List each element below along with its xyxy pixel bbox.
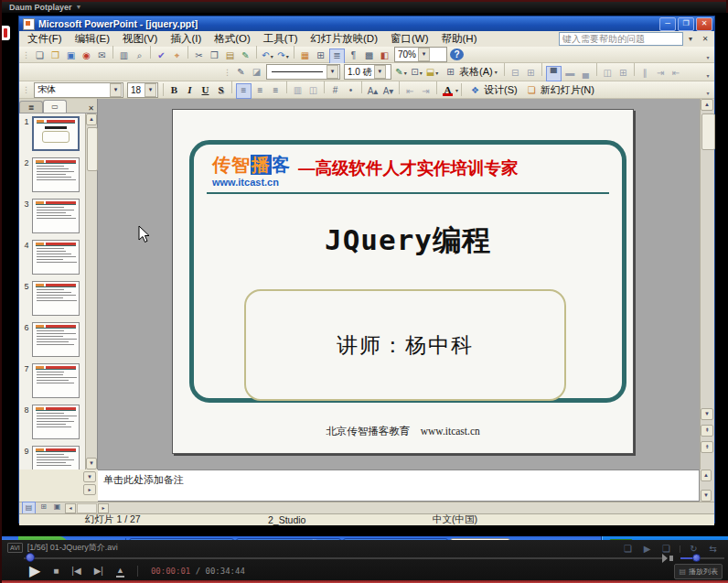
menu-help[interactable]: 帮助(H) [435,31,484,47]
menu-format[interactable]: 格式(O) [208,31,257,47]
help-question-input[interactable]: 键入需要帮助的问题 [559,32,683,46]
change-text-direction-icon[interactable]: ∥ [638,66,652,80]
slide-thumbnail[interactable] [32,322,80,357]
align-center-icon[interactable]: ≡ [253,83,267,97]
slide-design-button[interactable]: ❖ 设计(S) [465,82,521,97]
vertical-scrollbar[interactable]: ▲ ▼ ⇞ ⇟ [700,99,714,470]
increase-indent-icon[interactable]: ⇥ [419,84,433,98]
hscroll-left-icon[interactable]: ◂ [65,503,76,513]
hscroll-right-icon[interactable]: ▸ [98,503,109,513]
menu-slideshow[interactable]: 幻灯片放映(D) [305,31,384,47]
volume-icon[interactable] [669,556,673,561]
menu-insert[interactable]: 插入(I) [164,31,208,47]
numbering-icon[interactable]: # [328,83,342,97]
slide-thumbnail[interactable] [32,116,80,151]
toolbar-options-icon[interactable]: ▾ [703,72,712,81]
panel-bottom-next-icon[interactable]: ▸ [83,484,96,495]
font-name-combobox[interactable]: 宋体 ▾ [34,82,123,98]
menu-file[interactable]: 文件(F) [21,31,69,47]
print-preview-icon[interactable]: ⌕ [133,49,146,62]
slideshow-view-icon[interactable]: ▣ [51,502,63,513]
dropdown-arrow-icon[interactable]: ▾ [420,70,423,76]
slide-thumbnail[interactable] [32,240,80,275]
toolbar-grip[interactable]: ⋮ [223,68,230,77]
bold-button[interactable]: B [167,83,181,97]
increase-font-size-icon[interactable]: A▴ [366,84,380,98]
redo-icon[interactable]: ↷▾ [276,49,290,62]
font-size-combobox[interactable]: 18 ▾ [127,82,158,98]
font-color-dropdown-icon[interactable]: ▾ [455,87,458,93]
slide-thumbnail[interactable] [32,405,80,439]
slide-thumbnail[interactable] [32,446,80,470]
research-icon[interactable]: ⌖ [170,49,184,62]
border-color-icon[interactable]: ✎▾ [394,65,408,79]
color-schemes-icon[interactable]: ◧ [378,49,391,62]
distribute-text-icon[interactable]: ▥ [291,83,305,97]
previous-button[interactable]: |◀ [71,563,80,579]
scroll-down-icon[interactable]: ▼ [701,408,713,420]
close-button[interactable]: ✕ [696,17,712,31]
line-style-dropdown-icon[interactable]: ▾ [327,65,338,79]
hscroll-track[interactable] [77,503,97,513]
distribute-columns-evenly-icon[interactable]: ⊞ [616,66,630,80]
panel-bottom-scroll-icon[interactable]: ▼ [83,471,96,482]
seek-handle[interactable] [26,553,35,562]
bullets-icon[interactable]: • [344,83,358,97]
dropdown-arrow-icon[interactable]: ▾ [271,54,273,59]
paste-icon[interactable]: ▤ [223,49,237,62]
format-painter-icon[interactable]: ✎ [239,49,252,62]
eraser-icon[interactable]: ◪ [250,65,263,79]
show-formatting-icon[interactable]: ¶ [347,49,360,62]
menu-tools[interactable]: 工具(T) [257,31,305,47]
toolbar-options-icon[interactable]: ▾ [703,54,712,62]
potplayer-menu-caret-icon[interactable]: ▼ [76,2,82,13]
tab-outline[interactable]: ≣ [19,101,43,113]
expand-all-icon[interactable]: ≣ [329,49,345,64]
insert-chart-icon[interactable]: ▦ [298,49,312,62]
shuffle-mode-icon[interactable]: ⇆ [706,542,720,556]
potplayer-titlebar[interactable]: Daum Potplayer ▼ [2,0,726,13]
permission-icon[interactable]: ◉ [80,49,93,62]
insert-column-right-icon[interactable]: ⇥ [654,66,668,80]
spelling-icon[interactable]: ✔ [155,49,168,62]
align-right-icon[interactable]: ≡ [269,83,283,97]
help-dropdown-icon[interactable]: ▾ [683,35,698,43]
distribute-rows-evenly-icon[interactable]: ◫ [601,66,615,80]
open-icon[interactable]: ❐ [48,49,62,62]
video-display-area[interactable]: Microsoft PowerPoint - [jquery.ppt] ─ ❐ … [2,13,728,540]
slide-thumbnail[interactable] [32,281,80,316]
ab-repeat-play-icon[interactable]: ▶ [640,542,654,556]
scroll-up-icon[interactable]: ▲ [701,99,713,111]
panel-close-icon[interactable]: ✕ [85,104,97,113]
dropdown-arrow-icon[interactable]: ▾ [404,70,407,76]
mail-icon[interactable]: ✉ [95,49,109,62]
scroll-thumb[interactable] [701,113,715,150]
merge-cells-icon[interactable]: ⊟ [509,66,522,80]
previous-slide-icon[interactable]: ⇞ [701,425,713,437]
decrease-indent-icon[interactable]: ⇤ [403,84,417,98]
font-color-button[interactable]: A [441,83,455,97]
slide-canvas[interactable]: 传智播客 www.itcast.cn —高级软件人才实作培训专家 JQuery编… [98,99,700,470]
align-left-icon[interactable]: ≡ [236,83,252,99]
outside-border-icon[interactable]: ⊡▾ [410,65,423,79]
menu-window[interactable]: 窗口(W) [384,31,435,47]
print-icon[interactable]: ▥ [117,49,131,62]
slide-thumbnail[interactable] [32,363,80,398]
zoom-dropdown-icon[interactable]: ▾ [418,48,430,61]
undo-icon[interactable]: ↶▾ [261,49,274,62]
copy-icon[interactable]: ❒ [208,49,221,62]
draw-table-icon[interactable]: ✎ [234,65,248,79]
insert-table-icon[interactable]: ⊞ [314,49,327,62]
menu-view[interactable]: 视图(V) [116,31,164,47]
toolbar-grip[interactable]: ⋮ [22,50,29,59]
slide-thumbnail[interactable] [32,199,80,233]
notes-scroll-down-icon[interactable]: ▼ [701,490,712,502]
playlist-toggle-button[interactable]: ▤ 播放列表 [674,564,723,579]
zoom-combobox[interactable]: 70% ▾ [394,47,447,62]
text-shadow-button[interactable]: S [214,83,228,97]
table-menu-button[interactable]: ⊞ 表格(A) ▾ [440,65,501,80]
notes-scroll-up-icon[interactable]: ▲ [701,470,712,481]
slide-thumbnail[interactable] [32,157,80,192]
tab-slides[interactable]: ▭ [43,100,67,113]
ab-repeat-a-icon[interactable]: ❏ [621,542,635,556]
